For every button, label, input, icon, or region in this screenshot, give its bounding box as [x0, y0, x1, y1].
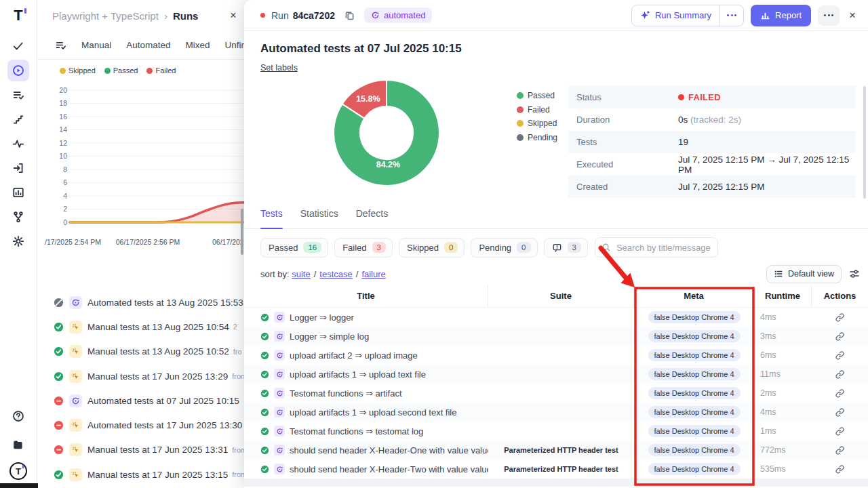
table-row[interactable]: Testomat functions ⇒ testomat logfalse D…: [244, 422, 868, 441]
search-input[interactable]: [615, 242, 713, 253]
run-list-item[interactable]: Automated tests at 07 Jul 2025 10:15: [37, 388, 244, 413]
meta-tag[interactable]: false Desktop Chrome 4: [648, 330, 741, 342]
cell-runtime: 535ms: [754, 464, 812, 474]
sidebar-item-help[interactable]: [7, 405, 29, 427]
filter-chip-passed[interactable]: Passed16: [260, 238, 328, 258]
activity-icon: [12, 138, 24, 150]
runs-filter-tab-manual[interactable]: Manual: [81, 40, 111, 50]
meta-tag[interactable]: false Desktop Chrome 4: [648, 387, 741, 399]
run-list-item[interactable]: Manual tests at 13 Aug 2025 10:52fro: [37, 340, 244, 364]
run-list-item[interactable]: Manual tests at 17 Jun 2025 13:15from: [37, 462, 244, 487]
table-row[interactable]: Logger ⇒ loggerfalse Desktop Chrome 44ms: [244, 308, 868, 327]
legend-dot: [104, 68, 111, 74]
runs-filter-tab-mixed[interactable]: Mixed: [186, 40, 210, 50]
cell-suite: Parameterized HTTP header test: [488, 465, 634, 473]
artifact-link-icon[interactable]: [835, 332, 844, 341]
breadcrumb-separator: ›: [164, 10, 167, 22]
meta-tag[interactable]: false Desktop Chrome 4: [648, 406, 741, 418]
sidebar-item-test-plans[interactable]: [7, 84, 29, 106]
run-list-item[interactable]: Manual tests at 17 Jun 2025 13:31from: [37, 438, 244, 462]
filter-chip-skipped[interactable]: Skipped0: [399, 238, 465, 258]
sidebar-item-pulse[interactable]: [7, 133, 29, 155]
sidebar-item-milestones[interactable]: [7, 108, 29, 130]
legend-label: Passed: [528, 91, 555, 100]
run-title: Manual tests at 17 Jun 2025 13:29: [87, 371, 228, 382]
run-type-manual-icon: [69, 321, 82, 333]
runs-panel-scrollbar[interactable]: [241, 209, 243, 255]
meta-tag[interactable]: false Desktop Chrome 4: [648, 444, 741, 456]
sidebar-item-branches[interactable]: [7, 206, 29, 228]
table-row[interactable]: upload artifacts 1 ⇒ upload text filefal…: [244, 365, 868, 384]
breadcrumb-project[interactable]: Playwright + TypeScript: [52, 10, 159, 22]
detail-close-icon[interactable]: ×: [846, 9, 859, 22]
report-button[interactable]: Report: [751, 5, 811, 26]
info-row-duration: Duration0s (tracked: 2s): [568, 108, 856, 131]
artifact-link-icon[interactable]: [835, 389, 844, 398]
runs-close-icon[interactable]: ×: [226, 9, 240, 22]
meta-tag[interactable]: false Desktop Chrome 4: [648, 368, 741, 380]
tab-tests[interactable]: Tests: [260, 208, 283, 228]
run-list-item[interactable]: Automated tests at 17 Jun 2025 13:30: [37, 413, 244, 437]
cell-title: upload artifacts 1 ⇒ upload text file: [244, 369, 488, 380]
sidebar-item-library[interactable]: [7, 434, 29, 455]
legend-item: Passed: [104, 66, 138, 75]
filter-sliders-icon[interactable]: [849, 268, 860, 279]
table-row[interactable]: should send header X-Header-One with val…: [244, 441, 868, 460]
sidebar-item-account[interactable]: T: [9, 462, 27, 480]
artifact-link-icon[interactable]: [835, 408, 844, 417]
set-labels-link[interactable]: Set labels: [260, 63, 298, 73]
sidebar-item-import[interactable]: [7, 157, 29, 179]
runs-filter-tabs: ManualAutomatedMixedUnfini: [37, 31, 244, 60]
artifact-link-icon[interactable]: [835, 351, 844, 360]
tab-statistics[interactable]: Statistics: [300, 208, 338, 228]
table-row[interactable]: Logger ⇒ simple logfalse Desktop Chrome …: [244, 327, 868, 346]
run-status-passed-icon: [54, 346, 64, 357]
artifact-link-icon[interactable]: [835, 446, 844, 455]
tab-defects[interactable]: Defects: [356, 208, 388, 228]
test-title: should send header X-Header-One with val…: [290, 445, 488, 455]
table-row[interactable]: should send header X-Header-Two with val…: [244, 460, 868, 479]
meta-tag[interactable]: false Desktop Chrome 4: [648, 425, 741, 437]
sidebar-item-settings[interactable]: [7, 230, 29, 252]
filter-chip-failed[interactable]: Failed3: [334, 238, 393, 258]
sort-link-testcase[interactable]: testcase: [319, 269, 352, 279]
run-summary-button[interactable]: Run Summary: [631, 5, 744, 26]
sidebar-item-tests[interactable]: [7, 35, 29, 57]
automated-badge[interactable]: automated: [364, 7, 432, 23]
default-view-button[interactable]: Default view: [766, 265, 842, 283]
sidebar-item-runs[interactable]: [7, 60, 29, 81]
copy-icon[interactable]: [344, 10, 355, 20]
table-row[interactable]: upload artifact 2 ⇒ upload imagefalse De…: [244, 346, 868, 365]
sidebar-bottom: T: [7, 405, 29, 480]
sort-by-label: sort by:: [260, 269, 290, 279]
more-options-button[interactable]: [818, 5, 840, 26]
table-row[interactable]: upload artifacts 1 ⇒ upload second text …: [244, 403, 868, 422]
sort-link-suite[interactable]: suite: [292, 269, 310, 279]
filter-chip-pending[interactable]: Pending0: [471, 238, 537, 258]
run-list-item[interactable]: Manual tests at 13 Aug 2025 10:542: [37, 314, 244, 339]
donut-legend: PassedFailedSkippedPending: [517, 91, 557, 142]
artifact-link-icon[interactable]: [835, 370, 844, 379]
table-row[interactable]: Testomat functions ⇒ artifactfalse Deskt…: [244, 384, 868, 403]
run-summary-more-icon[interactable]: [720, 14, 743, 16]
test-title: Testomat functions ⇒ testomat log: [290, 426, 423, 436]
app-logo[interactable]: T: [14, 7, 22, 24]
runs-select-icon[interactable]: [55, 39, 66, 51]
meta-tag[interactable]: false Desktop Chrome 4: [648, 463, 741, 475]
legend-item: Failed: [146, 66, 176, 75]
breadcrumb-current: Runs: [173, 10, 199, 22]
runs-filter-tab-unfini[interactable]: Unfini: [225, 40, 244, 50]
sidebar-item-analytics[interactable]: [7, 182, 29, 203]
artifact-link-icon[interactable]: [835, 427, 844, 436]
artifact-link-icon[interactable]: [835, 313, 844, 322]
meta-tag[interactable]: false Desktop Chrome 4: [648, 311, 741, 323]
run-list-item[interactable]: Manual tests at 17 Jun 2025 13:29fron: [37, 364, 244, 388]
filter-chip-comments[interactable]: 3: [544, 238, 588, 258]
meta-tag[interactable]: false Desktop Chrome 4: [648, 349, 741, 361]
sort-link-failure[interactable]: failure: [361, 269, 385, 279]
detail-scrollbar[interactable]: [863, 86, 866, 199]
column-header-meta: Meta: [634, 285, 754, 307]
artifact-link-icon[interactable]: [835, 465, 844, 474]
runs-filter-tab-automated[interactable]: Automated: [126, 40, 170, 50]
run-list-item[interactable]: Automated tests at 13 Aug 2025 15:53: [37, 290, 244, 314]
